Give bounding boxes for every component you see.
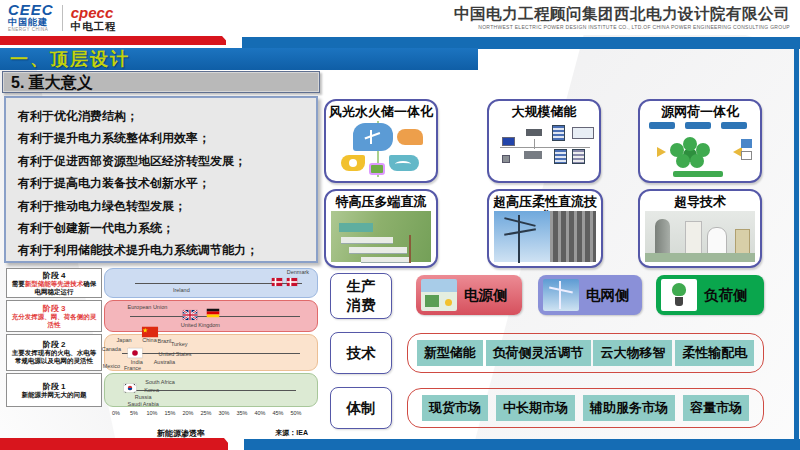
footer-ribbon-red	[0, 438, 228, 450]
company-name-cn: 中国电力工程顾问集团西北电力设计院有限公司	[454, 4, 790, 23]
united-kingdom-flag-icon	[182, 310, 197, 320]
south-korea-flag-icon	[124, 384, 137, 393]
country-label: European Union	[128, 304, 168, 310]
x-tick: 50%	[290, 410, 301, 416]
country-label: Korea	[144, 387, 159, 393]
ceec-logo-mark: CEEC	[8, 3, 54, 17]
tech-box-uhv-dc: 特高压多端直流	[324, 189, 438, 268]
logo-divider	[62, 5, 63, 31]
tech-box-superconducting: 超导技术	[638, 189, 762, 268]
x-tick: 45%	[272, 410, 283, 416]
country-label: Australia	[154, 359, 175, 365]
chip-柔性输配电: 柔性输配电	[675, 340, 754, 366]
country-label: United States	[158, 351, 191, 357]
ribbon-right-strip	[794, 40, 799, 445]
stage-axis-line	[122, 353, 300, 354]
stage-row: 阶段 1新能源并网无大的问题South AfricaKoreaRussiaSau…	[6, 373, 318, 407]
tech-box-source-grid-load: 源网荷一体化	[638, 99, 762, 183]
denmark-flag-icon	[271, 278, 282, 286]
chip-label: 负荷侧	[704, 286, 748, 305]
country-label: Brazil	[157, 338, 171, 344]
cpecc-logo-cn: 中电工程	[71, 20, 117, 32]
ribbon-red-top	[0, 36, 226, 45]
stage-desc: 新能源并网无大的问题	[22, 391, 87, 399]
chip-load-side: 负荷侧	[656, 275, 764, 315]
market-chip-row: 现货市场中长期市场辅助服务市场容量市场	[407, 388, 764, 428]
stage-row: 阶段 3充分发挥源、网、荷各侧的灵活性European UnionUnited …	[6, 300, 318, 332]
benefits-list: 有利于优化消费结构；有利于提升电力系统整体利用效率；有利于促进西部资源型地区经济…	[6, 98, 316, 262]
benefits-panel: 有利于优化消费结构；有利于提升电力系统整体利用效率；有利于促进西部资源型地区经济…	[4, 96, 318, 263]
stage-desc: 需要新型储能等先进技术确保电网稳定运行	[9, 280, 99, 296]
row-label-system: 体制	[330, 387, 392, 429]
ceec-logo: CEEC 中国能建 ENERGY CHINA	[8, 3, 54, 33]
chip-中长期市场: 中长期市场	[496, 395, 575, 421]
footer-ribbon-notch	[224, 438, 244, 450]
chip-负荷侧灵活调节: 负荷侧灵活调节	[486, 340, 591, 366]
hybrid-energy-diagram-icon	[331, 121, 431, 177]
tech-box-hybrid-energy: 风光水火储一体化	[324, 99, 438, 183]
logo-group: CEEC 中国能建 ENERGY CHINA cpecc 中电工程	[8, 3, 117, 33]
ceec-logo-cn: 中国能建	[8, 17, 54, 27]
footer-ribbon-blue	[244, 439, 800, 450]
x-tick: 15%	[164, 410, 175, 416]
tech-box-title: 风光水火储一体化	[326, 101, 436, 119]
country-label: France	[124, 365, 141, 371]
stage-name: 阶段 1	[43, 382, 66, 391]
slide-root: CEEC 中国能建 ENERGY CHINA cpecc 中电工程 中国电力工程…	[0, 0, 800, 450]
chip-grid-side: 电网侧	[538, 275, 642, 315]
benefit-item: 有利于提高电力装备技术创新水平；	[18, 172, 312, 194]
company-name-en: NORTHWEST ELECTRIC POWER DESIGN INSTITUT…	[454, 23, 790, 31]
stage-row: 阶段 2主要发挥现有的火电、水电等常规电源以及电网的灵活性CanadaJapan…	[6, 334, 318, 371]
chart-source: 来源：IEA	[275, 428, 308, 438]
country-label: United Kingdom	[181, 322, 220, 328]
stage-band: European UnionUnited Kingdom	[104, 300, 318, 332]
power-plant-photo-icon	[421, 279, 457, 311]
stage-band: South AfricaKoreaRussiaSaudi Arabia	[104, 373, 318, 407]
chart-stages: 阶段 4需要新型储能等先进技术确保电网稳定运行IrelandDenmark阶段 …	[6, 268, 318, 407]
chip-power-source-side: 电源侧	[416, 275, 522, 315]
cpecc-logo-mark: cpecc	[71, 5, 117, 20]
stage-label: 阶段 1新能源并网无大的问题	[6, 373, 102, 407]
country-label: Turkey	[171, 341, 188, 347]
stage-band: IrelandDenmark	[104, 268, 318, 298]
x-tick: 35%	[236, 410, 247, 416]
tech-box-title: 源网荷一体化	[640, 101, 760, 119]
country-label: Saudi Arabia	[128, 401, 159, 407]
benefit-item: 有利于利用储能技术提升电力系统调节能力；	[18, 239, 312, 261]
penetration-stage-chart: 阶段 4需要新型储能等先进技术确保电网稳定运行IrelandDenmark阶段 …	[6, 268, 318, 446]
x-tick: 30%	[218, 410, 229, 416]
country-label: Japan	[117, 337, 132, 343]
tech-box-flexible-dc: 超高压柔性直流技术	[487, 189, 603, 268]
grid-towers-photo-icon	[543, 279, 579, 311]
china-flag-icon	[142, 326, 158, 337]
stage-label: 阶段 4需要新型储能等先进技术确保电网稳定运行	[6, 268, 102, 298]
denmark-flag-icon	[286, 278, 297, 286]
stage-desc: 充分发挥源、网、荷各侧的灵活性	[9, 313, 99, 329]
row-label-production-consumption: 生产 消费	[330, 273, 392, 319]
benefit-item: 有利于优化消费结构；	[18, 105, 312, 127]
country-label: Denmark	[287, 269, 309, 275]
benefit-item: 有利于创建新一代电力系统；	[18, 217, 312, 239]
tech-box-large-storage: 大规模储能	[487, 99, 601, 183]
stage-label: 阶段 2主要发挥现有的火电、水电等常规电源以及电网的灵活性	[6, 334, 102, 371]
section-banner: 一、顶层设计	[0, 48, 478, 70]
tech-box-title: 大规模储能	[489, 101, 599, 119]
x-tick: 25%	[200, 410, 211, 416]
x-tick: 20%	[182, 410, 193, 416]
chip-label: 电源侧	[464, 286, 508, 305]
country-label: South Africa	[145, 379, 175, 385]
benefit-item: 有利于提升电力系统整体利用效率；	[18, 127, 312, 149]
superconducting-equipment-photo-icon	[645, 211, 755, 262]
stage-band: CanadaJapanChinaBrazilTurkeyUnited State…	[104, 334, 318, 371]
x-tick: 0%	[112, 410, 120, 416]
chip-新型储能: 新型储能	[417, 340, 483, 366]
country-label: China	[142, 337, 156, 343]
stage-row: 阶段 4需要新型储能等先进技术确保电网稳定运行IrelandDenmark	[6, 268, 318, 298]
stage-label: 阶段 3充分发挥源、网、荷各侧的灵活性	[6, 300, 102, 332]
ceec-logo-en: ENERGY CHINA	[8, 27, 54, 33]
japan-flag-icon	[127, 348, 142, 358]
country-label: Russia	[135, 394, 152, 400]
tech-chip-row: 新型储能负荷侧灵活调节云大物移智柔性输配电	[407, 333, 764, 373]
chart-x-axis: 0%5%10%15%20%25%30%35%40%45%50%	[116, 410, 296, 419]
header: CEEC 中国能建 ENERGY CHINA cpecc 中电工程 中国电力工程…	[0, 0, 800, 35]
